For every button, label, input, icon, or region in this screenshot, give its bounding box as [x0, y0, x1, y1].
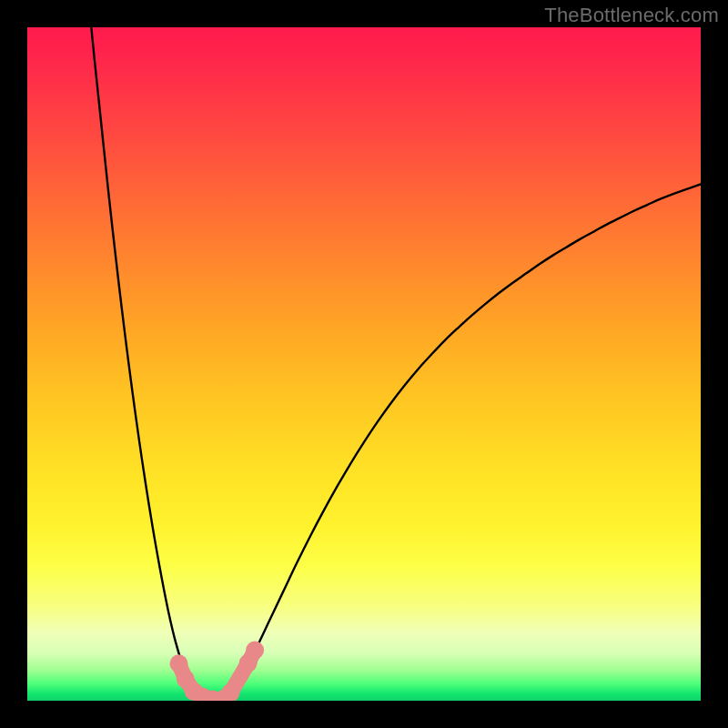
plot-area	[27, 27, 701, 701]
curve-left-branch	[91, 27, 219, 701]
watermark-text: TheBottleneck.com	[544, 4, 719, 27]
chart-frame: TheBottleneck.com	[0, 0, 728, 728]
marker-dot	[246, 642, 264, 660]
curves-svg	[27, 27, 701, 701]
marker-dot	[170, 654, 188, 672]
marker-group	[170, 642, 265, 702]
curve-right-branch	[219, 184, 701, 701]
